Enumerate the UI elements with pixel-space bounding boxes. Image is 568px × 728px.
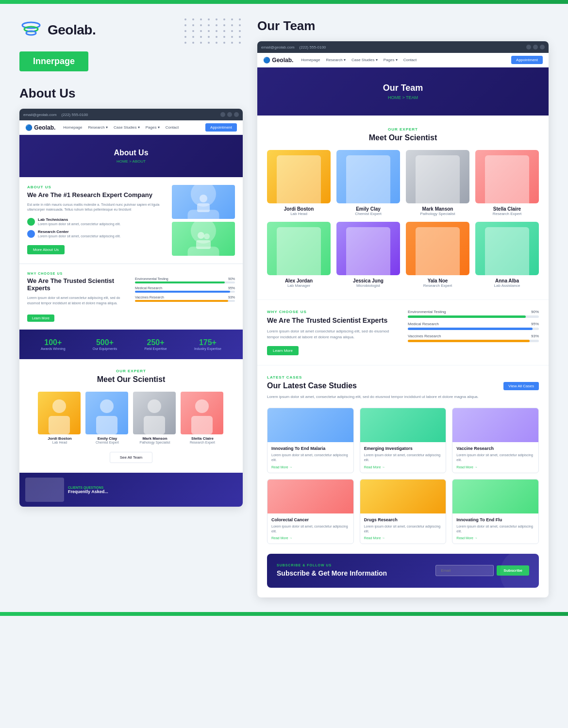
why-prog-pct-1: 90% xyxy=(531,310,539,314)
team-scientist-role-3: Pathology Specialist xyxy=(406,212,469,216)
stat-field-number: 250+ xyxy=(144,338,167,347)
right-browser-socials xyxy=(526,45,545,50)
read-more-2[interactable]: Read More → xyxy=(364,465,442,469)
top-accent-bar xyxy=(0,0,568,4)
teaser-text: Frequently Asked... xyxy=(68,489,108,494)
case-text-4: Lorem ipsum dolor sit amet, consectetur … xyxy=(271,524,350,534)
social-icon-2 xyxy=(227,112,232,117)
scientist-section-left: OUR EXPERT Meet Our Scientist Jordi Bost… xyxy=(19,359,243,473)
right-nav-brand: 🔵 Geolab. xyxy=(263,57,293,64)
why-why-label: WHY CHOOSE US xyxy=(267,310,398,314)
case-body-6: Innovating To End Flu Lorem ipsum dolor … xyxy=(452,513,538,544)
progress-track-2 xyxy=(135,291,235,293)
read-more-5[interactable]: Read More → xyxy=(364,536,442,540)
scientist-role-1: Lab Head xyxy=(38,441,82,444)
cases-header: Our Latest Case Studies View All Cases xyxy=(267,381,539,390)
subscribe-email-input[interactable] xyxy=(435,565,494,576)
team-scientist-name-8: Anna Alba xyxy=(475,278,539,283)
progress-label-1: Environmental Testing xyxy=(135,277,168,281)
case-card-4: Colorectal Cancer Lorem ipsum dolor sit … xyxy=(267,479,354,545)
see-all-team-btn[interactable]: See All Team xyxy=(110,452,153,463)
svg-point-3 xyxy=(200,195,207,202)
stat-industry: 175+ Industry Expertise xyxy=(194,338,221,350)
why-progress-track-3 xyxy=(408,340,539,342)
right-browser-email: email@geolab.com xyxy=(261,45,295,50)
nav-homepage[interactable]: Homepage xyxy=(63,125,82,130)
why-progress-fill-3 xyxy=(408,340,530,342)
browser-email: email@geolab.com xyxy=(23,113,57,117)
browser-top-bar: email@geolab.com (222) 555-0100 xyxy=(19,109,243,120)
case-card-6: Innovating To End Flu Lorem ipsum dolor … xyxy=(452,479,539,545)
right-nav-appointment-btn[interactable]: Appointment xyxy=(511,56,543,64)
why-prog-label-3: Vaccines Research xyxy=(408,334,441,338)
brand-logo-icon xyxy=(19,18,43,42)
team-scientist-card-3: Mark Manson Pathology Specialist xyxy=(406,150,469,216)
nav-research[interactable]: Research ▾ xyxy=(88,125,107,130)
read-more-1[interactable]: Read More → xyxy=(271,465,350,469)
read-more-6[interactable]: Read More → xyxy=(456,536,535,540)
progress-fill-1 xyxy=(135,281,225,283)
view-all-btn[interactable]: View All Cases xyxy=(503,382,539,390)
team-scientist-card-7: Yala Noe Research Expert xyxy=(406,222,469,288)
read-more-4[interactable]: Read More → xyxy=(271,536,350,540)
why-choose-section-right: WHY CHOOSE US We Are The Trusted Scienti… xyxy=(257,299,549,365)
case-card-1: Innovating To End Malaria Lorem ipsum do… xyxy=(267,408,354,473)
why-prog-pct-3: 93% xyxy=(531,334,539,338)
team-scientist-role-5: Lab Manager xyxy=(267,283,331,288)
case-title-2: Emerging Investigators xyxy=(364,446,442,451)
scientist-role-3: Pathology Specialist xyxy=(133,441,177,444)
team-hero-breadcrumb: HOME > TEAM xyxy=(267,95,539,100)
right-nav-contact[interactable]: Contact xyxy=(403,58,417,62)
svg-rect-11 xyxy=(96,416,117,434)
nav-appointment-btn[interactable]: Appointment xyxy=(205,123,237,132)
case-card-2: Emerging Investigators Lorem ipsum dolor… xyxy=(360,408,447,473)
cases-title: Our Latest Case Studies xyxy=(267,381,357,390)
browser-phone: (222) 555-0100 xyxy=(62,113,88,117)
case-title-3: Vaccine Research xyxy=(456,446,535,451)
learn-more-btn-left[interactable]: Learn More xyxy=(27,314,54,322)
stats-bar: 100+ Awards Winning 500+ Our Equipments … xyxy=(19,330,243,359)
why-progress-2: Medical Research 95% xyxy=(408,322,539,330)
right-nav-homepage[interactable]: Homepage xyxy=(301,58,320,62)
case-img-4 xyxy=(267,480,353,513)
nav-contact[interactable]: Contact xyxy=(166,125,179,130)
right-nav-pages[interactable]: Pages ▾ xyxy=(384,58,398,62)
subscribe-btn[interactable]: Subscribe xyxy=(497,565,529,576)
scientist-2: Emily Clay Chemist Expert xyxy=(85,392,129,444)
why-text-left: Lorem ipsum dolor sit amet consectetur a… xyxy=(27,296,127,306)
about-images xyxy=(172,185,235,256)
right-nav-case-studies[interactable]: Case Studies ▾ xyxy=(351,58,378,62)
team-scientist-photo-4 xyxy=(475,150,539,203)
more-about-btn[interactable]: More About Us xyxy=(27,245,65,254)
team-scientist-photo-7 xyxy=(406,222,469,275)
subscribe-form: Subscribe xyxy=(435,565,529,576)
progress-label-2: Medical Research xyxy=(135,286,162,290)
innerpage-badge: Innerpage xyxy=(19,51,88,71)
team-hero-title: Our Team xyxy=(267,83,539,93)
latest-cases-section: LATEST CASES Our Latest Case Studies Vie… xyxy=(257,365,549,554)
team-scientist-photo-6 xyxy=(336,222,400,275)
svg-rect-13 xyxy=(144,416,165,434)
progress-item-1: Environmental Testing 90% xyxy=(135,277,235,283)
why-label-left: WHY CHOOSE US xyxy=(27,272,235,275)
case-title-6: Innovating To End Flu xyxy=(456,517,535,522)
why-learn-btn[interactable]: Learn More xyxy=(267,346,299,355)
nav-case-studies[interactable]: Case Studies ▾ xyxy=(114,125,140,130)
case-img-6 xyxy=(452,480,538,513)
about-hero: About Us HOME > ABOUT xyxy=(19,135,243,177)
our-expert-label-left: OUR EXPERT xyxy=(27,369,235,373)
about-img-2 xyxy=(172,222,235,256)
case-body-1: Innovating To End Malaria Lorem ipsum do… xyxy=(267,442,353,473)
right-nav-research[interactable]: Research ▾ xyxy=(326,58,345,62)
right-nav-links: Homepage Research ▾ Case Studies ▾ Pages… xyxy=(301,58,417,62)
team-scientist-section: OUR EXPERT Meet Our Scientist Jordi Bost… xyxy=(257,116,549,299)
bottom-teaser: CLIENTS QUESTIONS Frequently Asked... xyxy=(19,473,243,507)
left-column: Geolab. Innerpage About Us email@geolab.… xyxy=(19,18,243,597)
read-more-3[interactable]: Read More → xyxy=(456,465,535,469)
case-title-5: Drugs Research xyxy=(364,517,442,522)
feature-title-2: Research Center xyxy=(38,230,120,234)
right-section-title: Our Team xyxy=(257,18,549,33)
team-scientist-role-8: Lab Assistance xyxy=(475,283,539,288)
stat-industry-number: 175+ xyxy=(194,338,221,347)
nav-pages[interactable]: Pages ▾ xyxy=(146,125,160,130)
